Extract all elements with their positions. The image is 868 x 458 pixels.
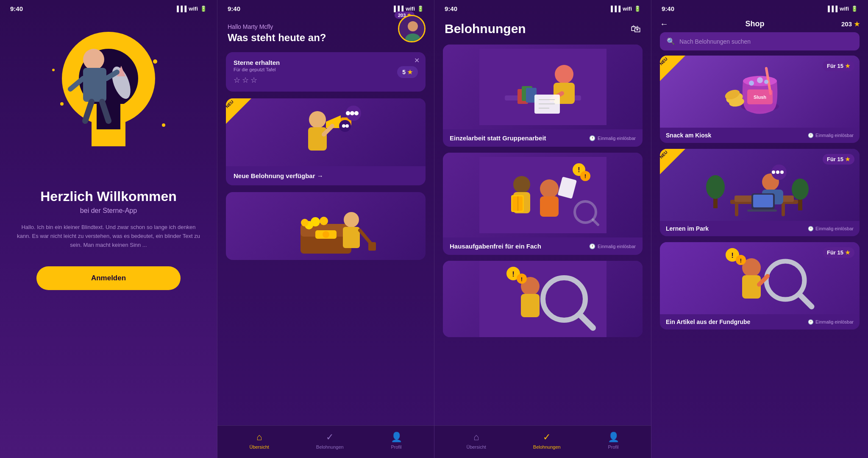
signal-icon-2: ▐▐▐ <box>392 6 404 12</box>
reward-img-3: ! ! <box>443 261 643 337</box>
signal-icon-4: ▐▐▐ <box>826 6 838 12</box>
shop-3-svg: ! ! <box>701 246 819 310</box>
shop-item-footer-3: Ein Artikel aus der Fundgrube 🕐 Einmalig… <box>660 314 860 330</box>
notif-sub: Für die geputzt Tafel <box>234 67 280 72</box>
notif-stars-badge: 5 ★ <box>397 66 418 78</box>
notif-stars-row: ☆ ☆ ☆ <box>234 75 280 85</box>
reward-tag-2: 🕐 Einmalig einlösbar <box>589 243 636 249</box>
shop-bag-icon[interactable]: 🛍 <box>631 23 641 35</box>
shop-header: ← Shop 203 ★ <box>651 15 868 32</box>
reward-item-2[interactable]: ! ! Hausaufgabenfrei für ein Fach 🕐 Einm… <box>443 153 643 255</box>
welcome-illustration <box>28 19 189 180</box>
battery-icon-4: 🔋 <box>851 6 858 12</box>
new-reward-card[interactable]: NEU <box>226 98 426 185</box>
svg-point-25 <box>354 111 359 115</box>
price-label-2: Für 15 <box>827 156 843 162</box>
nav-profile-2[interactable]: 👤 Profil <box>391 432 402 450</box>
reward-name-1: Einzelarbeit statt Gruppenarbeit <box>450 134 546 142</box>
shop-2-svg <box>701 153 819 217</box>
svg-rect-72 <box>521 294 540 317</box>
shop-item-price-2: Für 15 ★ <box>823 154 854 165</box>
greeting-main: Was steht heute an? <box>228 32 424 44</box>
nav-rewards-3[interactable]: ✓ Belohnungen <box>533 432 561 450</box>
wifi-icon: wifi <box>189 6 198 12</box>
rewards-icon-3: ✓ <box>543 432 551 443</box>
reward-item-3[interactable]: ! ! <box>443 261 643 337</box>
svg-rect-98 <box>747 209 777 212</box>
svg-point-9 <box>153 59 157 64</box>
notif-stars-count: 5 <box>402 69 406 75</box>
nav-overview-2[interactable]: ⌂ Übersicht <box>249 432 269 450</box>
new-reward-text: Neue Belohnung verfügbar → <box>234 172 323 179</box>
svg-point-100 <box>706 175 725 199</box>
shop-item-img-3: Für 15 ★ ! ! <box>660 242 860 314</box>
nav-label-profile-3: Profil <box>608 444 619 450</box>
notification-card[interactable]: Sterne erhalten Für die geputzt Tafel ☆ … <box>226 52 426 92</box>
new-reward-label[interactable]: Neue Belohnung verfügbar → <box>226 166 426 185</box>
new-reward-image: NEU <box>226 98 426 166</box>
svg-point-17 <box>408 21 418 31</box>
reward-tag-text-2: Einmalig einlösbar <box>598 244 636 249</box>
shop-item-footer-1: Snack am Kiosk 🕐 Einmalig einlösbar <box>660 128 860 143</box>
shop-item-footer-2: Lernen im Park 🕐 Einmalig einlösbar <box>660 221 860 236</box>
reward-item-1[interactable]: Einzelarbeit statt Gruppenarbeit 🕐 Einma… <box>443 45 643 147</box>
reward-2-svg: ! ! <box>479 157 606 233</box>
shop-item-name-1: Snack am Kiosk <box>666 132 711 139</box>
svg-point-28 <box>342 124 345 128</box>
shop-item-1[interactable]: NEU Für 15 ★ Slush <box>660 56 860 143</box>
svg-point-29 <box>345 124 349 128</box>
nav-label-profile-2: Profil <box>391 444 402 450</box>
svg-text:!: ! <box>512 270 515 278</box>
svg-point-58 <box>540 179 559 198</box>
status-time-1: 9:40 <box>10 5 23 12</box>
avatar-container[interactable]: 203 ★ <box>398 15 426 42</box>
welcome-subtitle: bei der Sterne-App <box>80 207 137 215</box>
nav-overview-3[interactable]: ⌂ Übersicht <box>466 432 486 450</box>
rewards-icon-2: ✓ <box>326 432 334 443</box>
shop-star-icon: ★ <box>854 20 860 28</box>
status-bar-1: 9:40 ▐▐▐ wifi 🔋 <box>0 0 217 15</box>
svg-point-8 <box>60 102 64 106</box>
shop-item-name-3: Ein Artikel aus der Fundgrube <box>666 318 750 325</box>
shop-title: Shop <box>745 20 764 28</box>
shop-tag-text-2: Einmalig einlösbar <box>815 226 854 231</box>
nav-label-rewards-3: Belohnungen <box>533 444 561 450</box>
nav-label-overview-2: Übersicht <box>249 444 269 450</box>
bottom-nav-2: ⌂ Übersicht ✓ Belohnungen 👤 Profil <box>217 425 434 458</box>
reward-tag-1: 🕐 Einmalig einlösbar <box>589 135 636 141</box>
phone-overview: 9:40 ▐▐▐ wifi 🔋 203 ★ Hallo Marty Mcfly … <box>217 0 434 458</box>
nav-profile-3[interactable]: 👤 Profil <box>608 432 619 450</box>
svg-rect-59 <box>540 196 559 217</box>
svg-point-85 <box>764 80 768 84</box>
svg-text:!: ! <box>584 173 586 179</box>
nav-rewards-2[interactable]: ✓ Belohnungen <box>316 432 344 450</box>
svg-point-19 <box>309 111 326 128</box>
search-bar[interactable]: 🔍 Nach Belohnungen suchen <box>660 32 860 50</box>
svg-rect-5 <box>83 68 106 102</box>
svg-point-105 <box>780 170 784 174</box>
shop-tag-text-3: Einmalig einlösbar <box>815 319 854 324</box>
wifi-icon-3: wifi <box>623 6 632 12</box>
treasure-card[interactable] <box>226 192 426 260</box>
login-button[interactable]: Anmelden <box>36 266 181 290</box>
phone-rewards: 9:40 ▐▐▐ wifi 🔋 Belohnungen 🛍 <box>434 0 651 458</box>
svg-text:Slush: Slush <box>754 95 766 100</box>
shop-star-count: 203 <box>841 20 852 28</box>
reward-1-svg <box>479 49 606 125</box>
profile-icon-3: 👤 <box>608 432 619 443</box>
reward-tag-text-1: Einmalig einlösbar <box>598 136 636 141</box>
svg-point-102 <box>792 179 809 200</box>
back-button[interactable]: ← <box>660 19 668 29</box>
rewards-title: Belohnungen <box>445 22 526 36</box>
shop-item-2[interactable]: NEU Für 15 ★ <box>660 149 860 236</box>
status-time-2: 9:40 <box>228 5 240 12</box>
clock-icon-shop-2: 🕐 <box>808 226 814 232</box>
nav-label-overview-3: Übersicht <box>466 444 486 450</box>
battery-icon-3: 🔋 <box>634 6 641 12</box>
phone-shop: 9:40 ▐▐▐ wifi 🔋 ← Shop 203 ★ 🔍 Nach Belo… <box>651 0 868 458</box>
shop-item-3[interactable]: Für 15 ★ ! ! <box>660 242 860 330</box>
shop-item-price-1: Für 15 ★ <box>823 61 854 71</box>
close-button[interactable]: ✕ <box>414 56 420 64</box>
reward-footer-2: Hausaufgabenfrei für ein Fach 🕐 Einmalig… <box>443 237 643 255</box>
svg-point-11 <box>162 123 165 127</box>
